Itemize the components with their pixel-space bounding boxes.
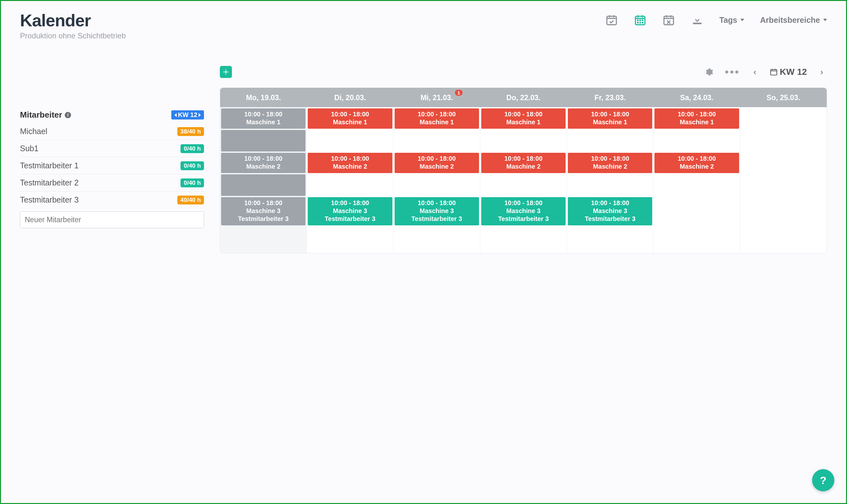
notification-badge: 1 bbox=[455, 90, 463, 96]
employee-row[interactable]: Testmitarbeiter 10/40 h bbox=[20, 157, 204, 174]
tags-label: Tags bbox=[720, 16, 738, 25]
event-time: 10:00 - 18:00 bbox=[308, 155, 392, 163]
svg-rect-0 bbox=[607, 16, 616, 25]
employee-row[interactable]: Sub10/40 h bbox=[20, 140, 204, 157]
event-machine: Maschine 2 bbox=[395, 163, 478, 170]
event-time: 10:00 - 18:00 bbox=[482, 110, 565, 118]
shift-event[interactable]: 10:00 - 18:00Maschine 2 bbox=[221, 153, 306, 173]
calendar-grid-icon[interactable] bbox=[634, 14, 646, 26]
day-header[interactable]: Sa, 24.03. bbox=[654, 88, 740, 107]
event-person: Testmitarbeiter 3 bbox=[395, 215, 478, 223]
row-gap bbox=[221, 130, 306, 151]
row-gap bbox=[654, 130, 739, 151]
shift-event[interactable]: 10:00 - 18:00Maschine 1 bbox=[221, 108, 306, 129]
day-header[interactable]: Mo, 19.03. bbox=[220, 88, 307, 107]
day-header[interactable]: Mi, 21.03.1 bbox=[393, 88, 480, 107]
download-icon[interactable] bbox=[691, 14, 704, 26]
gear-icon[interactable] bbox=[704, 67, 713, 77]
row-gap bbox=[308, 174, 392, 196]
event-person: Testmitarbeiter 3 bbox=[482, 215, 565, 223]
day-header[interactable]: Do, 22.03. bbox=[480, 88, 567, 107]
shift-event[interactable]: 10:00 - 18:00Maschine 2 bbox=[654, 153, 739, 173]
hours-badge: 0/40 h bbox=[180, 144, 204, 153]
shift-event[interactable]: 10:00 - 18:00Maschine 2 bbox=[568, 153, 652, 173]
empty-slot bbox=[654, 197, 739, 219]
day-header[interactable]: Fr, 23.03. bbox=[567, 88, 654, 107]
empty-slot bbox=[741, 108, 826, 130]
week-picker-pill[interactable]: KW 12 bbox=[171, 110, 204, 120]
empty-slot bbox=[741, 131, 826, 153]
workspaces-dropdown[interactable]: Arbeitsbereiche bbox=[760, 16, 827, 25]
row-gap bbox=[395, 130, 479, 151]
calendar-icon bbox=[770, 68, 778, 76]
event-person: Testmitarbeiter 3 bbox=[222, 215, 305, 223]
day-header[interactable]: So, 25.03. bbox=[740, 88, 827, 107]
shift-event[interactable]: 10:00 - 18:00Maschine 3Testmitarbeiter 3 bbox=[308, 197, 392, 226]
employee-row[interactable]: Michael38/40 h bbox=[20, 123, 204, 140]
svg-rect-3 bbox=[639, 19, 641, 21]
row-gap bbox=[308, 130, 392, 151]
row-gap bbox=[395, 174, 479, 196]
empty-slot bbox=[741, 154, 826, 176]
svg-rect-6 bbox=[639, 22, 641, 23]
event-machine: Maschine 1 bbox=[569, 118, 652, 126]
new-employee-input[interactable] bbox=[20, 212, 204, 228]
day-header[interactable]: Di, 20.03. bbox=[307, 88, 393, 107]
event-machine: Maschine 3 bbox=[222, 207, 305, 215]
event-machine: Maschine 2 bbox=[482, 163, 565, 170]
event-person: Testmitarbeiter 3 bbox=[569, 215, 652, 223]
row-gap bbox=[568, 130, 652, 151]
shift-event[interactable]: 10:00 - 18:00Maschine 3Testmitarbeiter 3 bbox=[481, 197, 566, 226]
day-column: 10:00 - 18:00Maschine 110:00 - 18:00Masc… bbox=[654, 107, 740, 253]
more-icon[interactable]: ••• bbox=[725, 66, 740, 78]
workspaces-label: Arbeitsbereiche bbox=[760, 16, 820, 25]
row-gap bbox=[654, 174, 739, 196]
hours-badge: 0/40 h bbox=[180, 161, 204, 170]
row-gap bbox=[221, 174, 306, 196]
employee-row[interactable]: Testmitarbeiter 340/40 h bbox=[20, 192, 204, 208]
day-column: 10:00 - 18:00Maschine 110:00 - 18:00Masc… bbox=[220, 107, 307, 253]
calendar-x-icon[interactable] bbox=[662, 14, 675, 26]
tags-dropdown[interactable]: Tags bbox=[720, 16, 745, 25]
calendar-check-icon[interactable] bbox=[605, 14, 618, 26]
event-time: 10:00 - 18:00 bbox=[308, 199, 392, 207]
shift-event[interactable]: 10:00 - 18:00Maschine 1 bbox=[395, 108, 479, 129]
shift-event[interactable]: 10:00 - 18:00Maschine 3Testmitarbeiter 3 bbox=[395, 197, 479, 226]
shift-event[interactable]: 10:00 - 18:00Maschine 2 bbox=[395, 153, 479, 173]
day-column: 10:00 - 18:00Maschine 110:00 - 18:00Masc… bbox=[567, 107, 654, 253]
employee-name: Michael bbox=[20, 127, 47, 136]
shift-event[interactable]: 10:00 - 18:00Maschine 3Testmitarbeiter 3 bbox=[221, 197, 306, 226]
shift-event[interactable]: 10:00 - 18:00Maschine 1 bbox=[308, 108, 392, 129]
triangle-right-icon bbox=[198, 113, 201, 117]
add-button[interactable] bbox=[220, 66, 232, 78]
info-icon[interactable]: i bbox=[65, 112, 71, 118]
day-column: 10:00 - 18:00Maschine 110:00 - 18:00Masc… bbox=[394, 107, 480, 253]
shift-event[interactable]: 10:00 - 18:00Maschine 1 bbox=[481, 108, 566, 129]
employee-name: Testmitarbeiter 1 bbox=[20, 161, 79, 170]
svg-rect-5 bbox=[637, 22, 639, 23]
shift-event[interactable]: 10:00 - 18:00Maschine 2 bbox=[481, 153, 566, 173]
hours-badge: 0/40 h bbox=[180, 178, 204, 187]
current-week-button[interactable]: KW 12 bbox=[770, 67, 807, 77]
svg-rect-9 bbox=[771, 69, 777, 75]
hours-badge: 40/40 h bbox=[177, 196, 204, 204]
event-time: 10:00 - 18:00 bbox=[222, 110, 305, 118]
next-week-button[interactable]: › bbox=[818, 67, 825, 77]
row-gap bbox=[481, 130, 566, 151]
day-header-label: Fr, 23.03. bbox=[594, 93, 626, 102]
event-time: 10:00 - 18:00 bbox=[222, 199, 305, 207]
shift-event[interactable]: 10:00 - 18:00Maschine 3Testmitarbeiter 3 bbox=[568, 197, 652, 226]
event-machine: Maschine 2 bbox=[655, 163, 738, 170]
day-column: 10:00 - 18:00Maschine 110:00 - 18:00Masc… bbox=[307, 107, 393, 253]
shift-event[interactable]: 10:00 - 18:00Maschine 2 bbox=[308, 153, 392, 173]
shift-event[interactable]: 10:00 - 18:00Maschine 1 bbox=[654, 108, 739, 129]
event-person: Testmitarbeiter 3 bbox=[308, 215, 392, 223]
help-button[interactable]: ? bbox=[812, 469, 834, 491]
day-column bbox=[740, 107, 827, 253]
event-machine: Maschine 3 bbox=[308, 207, 392, 215]
row-gap bbox=[481, 174, 566, 196]
prev-week-button[interactable]: ‹ bbox=[751, 67, 758, 77]
shift-event[interactable]: 10:00 - 18:00Maschine 1 bbox=[568, 108, 652, 129]
day-header-label: Sa, 24.03. bbox=[680, 93, 713, 102]
employee-row[interactable]: Testmitarbeiter 20/40 h bbox=[20, 174, 204, 192]
